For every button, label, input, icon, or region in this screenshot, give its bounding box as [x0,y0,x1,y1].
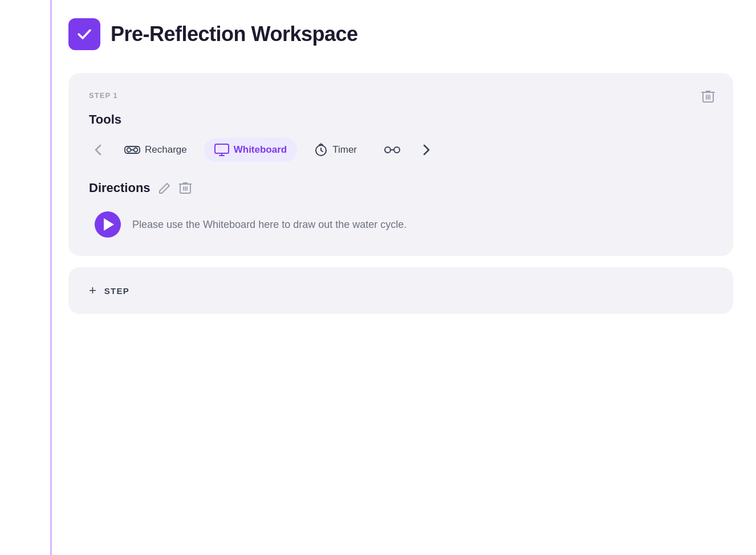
tools-row: Recharge Whiteboard [89,137,713,162]
sidebar-line [50,0,52,555]
add-step-card[interactable]: + STEP [68,267,733,314]
tool-recharge[interactable]: Recharge [114,138,197,161]
tools-section: Tools [89,112,713,162]
tool-timer-label: Timer [332,144,357,156]
tool-recharge-label: Recharge [145,144,187,156]
tool-timer[interactable]: Timer [304,137,367,162]
clock-icon [314,143,328,157]
tool-link[interactable] [374,140,410,160]
directions-title: Directions [89,181,151,195]
link-icon [384,146,400,154]
direction-text: Please use the Whiteboard here to draw o… [132,217,407,232]
directions-edit-button[interactable] [158,182,171,194]
svg-point-2 [127,148,131,152]
tool-whiteboard[interactable]: Whiteboard [204,138,298,162]
directions-delete-button[interactable] [179,181,192,195]
tools-next-arrow[interactable] [417,141,436,159]
step-1-card: STEP 1 Tools [68,73,733,256]
play-triangle-icon [104,218,114,231]
play-button[interactable] [95,211,121,238]
svg-rect-6 [385,147,391,153]
direction-item: Please use the Whiteboard here to draw o… [89,211,713,238]
header-icon [68,18,100,50]
svg-point-3 [134,148,138,152]
plus-icon: + [89,283,96,298]
tools-prev-arrow[interactable] [89,141,107,159]
svg-rect-7 [394,147,400,153]
step-1-label: STEP 1 [89,91,713,100]
goggles-icon [124,145,140,155]
svg-rect-4 [215,144,229,153]
directions-header: Directions [89,181,713,195]
tool-whiteboard-label: Whiteboard [234,144,287,156]
directions-section: Directions [89,181,713,238]
tools-title: Tools [89,112,713,127]
page-title: Pre-Reflection Workspace [111,22,357,46]
page-header: Pre-Reflection Workspace [68,18,733,50]
delete-step-button[interactable] [701,89,715,104]
monitor-icon [214,144,229,156]
add-step-label: STEP [104,286,129,296]
